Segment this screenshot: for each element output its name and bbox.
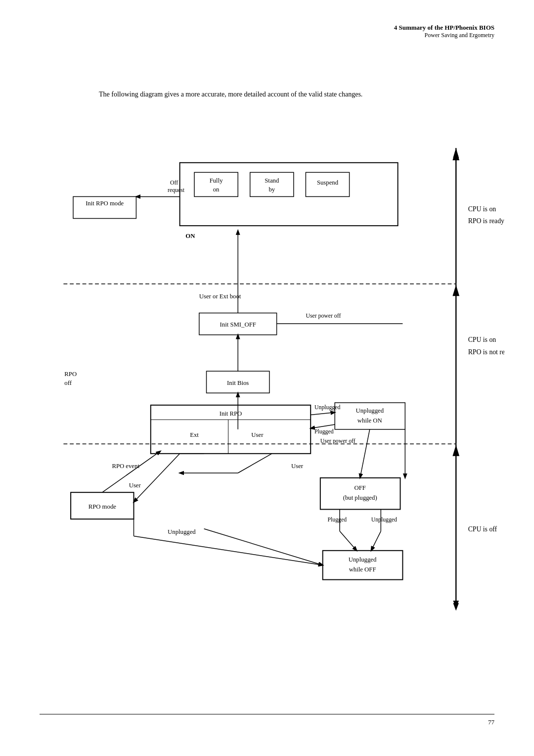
plugged-2-label: Plugged — [328, 517, 347, 523]
svg-line-41 — [371, 531, 381, 551]
svg-rect-42 — [323, 551, 403, 580]
unplugged-bottom-label: Unplugged — [168, 528, 196, 535]
init-smi-off-label: Init SMI_OFF — [220, 321, 256, 328]
svg-line-26 — [311, 413, 335, 415]
svg-text:request: request — [168, 187, 185, 193]
svg-rect-34 — [320, 478, 400, 510]
svg-line-37 — [360, 429, 370, 478]
svg-line-46 — [134, 536, 323, 565]
rpo-off-label: RPO — [64, 371, 77, 378]
cpu-on-2-label: CPU is on — [468, 336, 496, 343]
state-diagram: CPU is on RPO is ready CPU is on RPO is … — [30, 134, 504, 667]
init-bios-label: Init Bios — [227, 379, 249, 386]
svg-text:on: on — [213, 186, 220, 193]
unplugged-while-off-label: Unplugged — [349, 556, 377, 563]
svg-marker-51 — [452, 285, 459, 296]
svg-line-39 — [340, 531, 356, 551]
user-2-label: User — [291, 463, 304, 470]
rpo-ready-label: RPO is ready — [468, 217, 504, 225]
cpu-off-label: CPU is off — [468, 525, 497, 533]
ext-label: Ext — [190, 431, 199, 438]
svg-text:off: off — [64, 379, 72, 386]
off-but-plugged-label: OFF — [354, 484, 365, 491]
user-or-ext-boot-label: User or Ext boot — [199, 293, 241, 300]
init-rpo-label: Init RPO — [220, 410, 242, 417]
unplugged-while-on-label: Unplugged — [356, 407, 384, 414]
stand-by-label: Stand — [265, 177, 279, 184]
intro-paragraph: The following diagram gives a more accur… — [99, 89, 475, 99]
user-bottom-label: User — [129, 482, 141, 489]
svg-marker-52 — [452, 445, 459, 456]
cpu-on-label: CPU is on — [468, 205, 496, 213]
page-footer: 77 — [40, 714, 494, 726]
user-power-off-2-label: User power off — [320, 438, 356, 444]
svg-marker-50 — [452, 148, 459, 160]
svg-text:(but plugged): (but plugged) — [343, 494, 377, 501]
chapter-subtitle: Power Saving and Ergometry — [394, 32, 494, 39]
svg-line-31 — [134, 454, 180, 502]
svg-text:while ON: while ON — [357, 417, 382, 424]
rpo-mode-label: RPO mode — [89, 503, 117, 510]
init-rpo-mode-label: Init RPO mode — [86, 200, 124, 207]
svg-line-44 — [204, 529, 323, 566]
page-number: 77 — [488, 718, 494, 726]
unplugged-1-label: Unplugged — [314, 404, 340, 411]
page-header: 4 Summary of the HP/Phoenix BIOS Power S… — [394, 24, 494, 39]
svg-rect-6 — [194, 172, 238, 196]
plugged-1-label: Plugged — [314, 428, 334, 435]
svg-text:by: by — [268, 186, 275, 193]
off-request-label: Off — [170, 180, 178, 186]
user-power-off-1-label: User power off — [306, 313, 341, 319]
svg-text:while OFF: while OFF — [349, 566, 376, 573]
suspend-label: Suspend — [317, 179, 339, 186]
fully-on-label: Fully — [210, 177, 223, 184]
rpo-not-ready-label: RPO is not ready — [468, 348, 504, 356]
unplugged-2-label: Unplugged — [371, 517, 397, 523]
on-label: ON — [185, 233, 195, 239]
chapter-title: 4 Summary of the HP/Phoenix BIOS — [394, 24, 494, 32]
svg-line-32 — [238, 454, 272, 473]
user-init-rpo-label: User — [251, 431, 264, 438]
svg-rect-8 — [250, 172, 294, 196]
svg-rect-24 — [335, 403, 405, 429]
